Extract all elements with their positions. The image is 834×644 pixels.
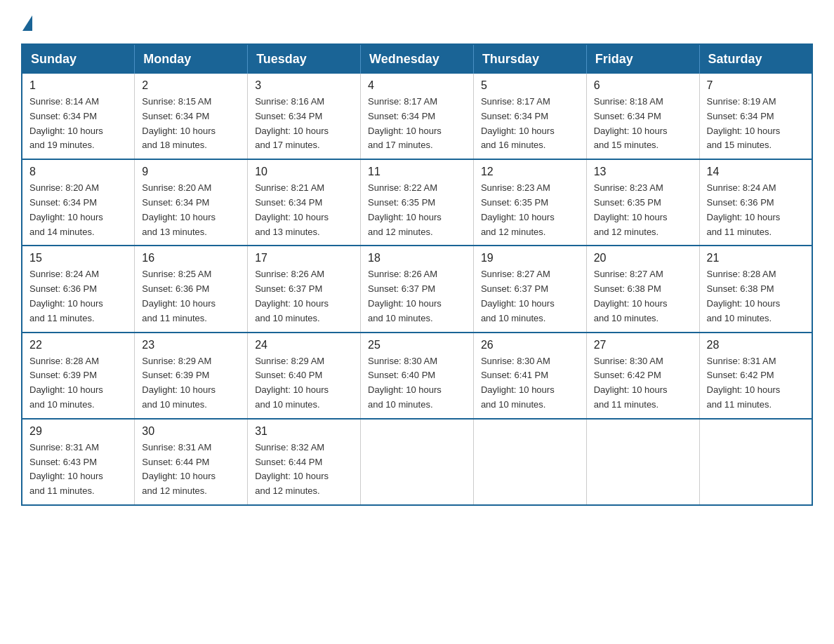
day-number: 9 bbox=[142, 166, 240, 178]
calendar-cell: 2Sunrise: 8:15 AMSunset: 6:34 PMDaylight… bbox=[135, 74, 248, 159]
day-number: 31 bbox=[255, 425, 353, 438]
calendar-week-row-2: 8Sunrise: 8:20 AMSunset: 6:34 PMDaylight… bbox=[22, 159, 812, 246]
day-number: 30 bbox=[142, 425, 240, 438]
day-number: 21 bbox=[707, 252, 805, 264]
day-info: Sunrise: 8:30 AMSunset: 6:40 PMDaylight:… bbox=[368, 354, 466, 412]
day-number: 27 bbox=[594, 339, 692, 351]
day-info: Sunrise: 8:31 AMSunset: 6:43 PMDaylight:… bbox=[29, 441, 127, 499]
calendar-cell bbox=[699, 419, 812, 505]
day-number: 2 bbox=[142, 79, 240, 92]
calendar-cell: 1Sunrise: 8:14 AMSunset: 6:34 PMDaylight… bbox=[22, 74, 135, 159]
header-saturday: Saturday bbox=[699, 44, 812, 74]
day-info: Sunrise: 8:24 AMSunset: 6:36 PMDaylight:… bbox=[29, 267, 127, 326]
calendar-cell: 9Sunrise: 8:20 AMSunset: 6:34 PMDaylight… bbox=[135, 159, 248, 246]
calendar-cell: 14Sunrise: 8:24 AMSunset: 6:36 PMDayligh… bbox=[699, 159, 812, 246]
day-info: Sunrise: 8:24 AMSunset: 6:36 PMDaylight:… bbox=[707, 181, 805, 239]
day-number: 26 bbox=[481, 339, 579, 351]
day-info: Sunrise: 8:19 AMSunset: 6:34 PMDaylight:… bbox=[707, 95, 805, 153]
day-number: 8 bbox=[29, 166, 127, 178]
day-info: Sunrise: 8:17 AMSunset: 6:34 PMDaylight:… bbox=[368, 95, 466, 153]
calendar-cell bbox=[361, 419, 474, 505]
day-number: 23 bbox=[142, 339, 240, 351]
calendar-body: 1Sunrise: 8:14 AMSunset: 6:34 PMDaylight… bbox=[22, 74, 812, 505]
calendar-cell: 11Sunrise: 8:22 AMSunset: 6:35 PMDayligh… bbox=[361, 159, 474, 246]
day-info: Sunrise: 8:23 AMSunset: 6:35 PMDaylight:… bbox=[481, 181, 579, 239]
day-info: Sunrise: 8:18 AMSunset: 6:34 PMDaylight:… bbox=[594, 95, 692, 153]
calendar-cell: 15Sunrise: 8:24 AMSunset: 6:36 PMDayligh… bbox=[22, 246, 135, 332]
day-info: Sunrise: 8:20 AMSunset: 6:34 PMDaylight:… bbox=[29, 181, 127, 239]
calendar-cell: 25Sunrise: 8:30 AMSunset: 6:40 PMDayligh… bbox=[361, 333, 474, 419]
day-info: Sunrise: 8:26 AMSunset: 6:37 PMDaylight:… bbox=[368, 267, 466, 326]
day-number: 14 bbox=[707, 166, 805, 178]
day-number: 3 bbox=[255, 79, 353, 92]
day-info: Sunrise: 8:31 AMSunset: 6:44 PMDaylight:… bbox=[142, 441, 240, 499]
day-number: 11 bbox=[368, 166, 466, 178]
day-number: 6 bbox=[594, 79, 692, 92]
day-number: 25 bbox=[368, 339, 466, 351]
header-friday: Friday bbox=[586, 44, 699, 74]
header-sunday: Sunday bbox=[22, 44, 135, 74]
calendar-cell: 13Sunrise: 8:23 AMSunset: 6:35 PMDayligh… bbox=[586, 159, 699, 246]
calendar-cell: 8Sunrise: 8:20 AMSunset: 6:34 PMDaylight… bbox=[22, 159, 135, 246]
day-info: Sunrise: 8:29 AMSunset: 6:39 PMDaylight:… bbox=[142, 354, 240, 412]
day-info: Sunrise: 8:31 AMSunset: 6:42 PMDaylight:… bbox=[707, 354, 805, 412]
calendar-cell: 20Sunrise: 8:27 AMSunset: 6:38 PMDayligh… bbox=[586, 246, 699, 332]
day-number: 13 bbox=[594, 166, 692, 178]
calendar-cell bbox=[586, 419, 699, 505]
day-info: Sunrise: 8:16 AMSunset: 6:34 PMDaylight:… bbox=[255, 95, 353, 153]
calendar-week-row-5: 29Sunrise: 8:31 AMSunset: 6:43 PMDayligh… bbox=[22, 419, 812, 505]
weekday-header-row: Sunday Monday Tuesday Wednesday Thursday… bbox=[22, 44, 812, 74]
calendar-table: Sunday Monday Tuesday Wednesday Thursday… bbox=[21, 43, 813, 506]
calendar-week-row-4: 22Sunrise: 8:28 AMSunset: 6:39 PMDayligh… bbox=[22, 333, 812, 419]
calendar-cell: 12Sunrise: 8:23 AMSunset: 6:35 PMDayligh… bbox=[473, 159, 586, 246]
day-number: 18 bbox=[368, 252, 466, 264]
day-info: Sunrise: 8:22 AMSunset: 6:35 PMDaylight:… bbox=[368, 181, 466, 239]
page-header bbox=[21, 14, 813, 29]
logo-triangle-icon bbox=[22, 15, 32, 31]
day-info: Sunrise: 8:17 AMSunset: 6:34 PMDaylight:… bbox=[481, 95, 579, 153]
day-number: 1 bbox=[29, 79, 127, 92]
day-info: Sunrise: 8:32 AMSunset: 6:44 PMDaylight:… bbox=[255, 441, 353, 499]
day-info: Sunrise: 8:20 AMSunset: 6:34 PMDaylight:… bbox=[142, 181, 240, 239]
day-number: 5 bbox=[481, 79, 579, 92]
day-info: Sunrise: 8:14 AMSunset: 6:34 PMDaylight:… bbox=[29, 95, 127, 153]
day-number: 12 bbox=[481, 166, 579, 178]
calendar-cell: 28Sunrise: 8:31 AMSunset: 6:42 PMDayligh… bbox=[699, 333, 812, 419]
day-number: 19 bbox=[481, 252, 579, 264]
calendar-week-row-1: 1Sunrise: 8:14 AMSunset: 6:34 PMDaylight… bbox=[22, 74, 812, 159]
header-tuesday: Tuesday bbox=[248, 44, 361, 74]
calendar-cell: 23Sunrise: 8:29 AMSunset: 6:39 PMDayligh… bbox=[135, 333, 248, 419]
calendar-cell: 24Sunrise: 8:29 AMSunset: 6:40 PMDayligh… bbox=[248, 333, 361, 419]
calendar-cell: 3Sunrise: 8:16 AMSunset: 6:34 PMDaylight… bbox=[248, 74, 361, 159]
day-info: Sunrise: 8:29 AMSunset: 6:40 PMDaylight:… bbox=[255, 354, 353, 412]
calendar-cell: 6Sunrise: 8:18 AMSunset: 6:34 PMDaylight… bbox=[586, 74, 699, 159]
calendar-cell: 21Sunrise: 8:28 AMSunset: 6:38 PMDayligh… bbox=[699, 246, 812, 332]
calendar-cell: 18Sunrise: 8:26 AMSunset: 6:37 PMDayligh… bbox=[361, 246, 474, 332]
calendar-cell: 26Sunrise: 8:30 AMSunset: 6:41 PMDayligh… bbox=[473, 333, 586, 419]
day-info: Sunrise: 8:28 AMSunset: 6:38 PMDaylight:… bbox=[707, 267, 805, 326]
calendar-cell: 17Sunrise: 8:26 AMSunset: 6:37 PMDayligh… bbox=[248, 246, 361, 332]
calendar-cell bbox=[473, 419, 586, 505]
day-number: 24 bbox=[255, 339, 353, 351]
header-monday: Monday bbox=[135, 44, 248, 74]
calendar-cell: 22Sunrise: 8:28 AMSunset: 6:39 PMDayligh… bbox=[22, 333, 135, 419]
logo bbox=[21, 14, 34, 29]
day-number: 4 bbox=[368, 79, 466, 92]
day-info: Sunrise: 8:27 AMSunset: 6:38 PMDaylight:… bbox=[594, 267, 692, 326]
day-number: 29 bbox=[29, 425, 127, 438]
header-wednesday: Wednesday bbox=[361, 44, 474, 74]
calendar-cell: 31Sunrise: 8:32 AMSunset: 6:44 PMDayligh… bbox=[248, 419, 361, 505]
day-info: Sunrise: 8:26 AMSunset: 6:37 PMDaylight:… bbox=[255, 267, 353, 326]
calendar-cell: 7Sunrise: 8:19 AMSunset: 6:34 PMDaylight… bbox=[699, 74, 812, 159]
calendar-cell: 30Sunrise: 8:31 AMSunset: 6:44 PMDayligh… bbox=[135, 419, 248, 505]
calendar-cell: 16Sunrise: 8:25 AMSunset: 6:36 PMDayligh… bbox=[135, 246, 248, 332]
calendar-week-row-3: 15Sunrise: 8:24 AMSunset: 6:36 PMDayligh… bbox=[22, 246, 812, 332]
day-number: 20 bbox=[594, 252, 692, 264]
day-number: 16 bbox=[142, 252, 240, 264]
day-info: Sunrise: 8:28 AMSunset: 6:39 PMDaylight:… bbox=[29, 354, 127, 412]
calendar-cell: 4Sunrise: 8:17 AMSunset: 6:34 PMDaylight… bbox=[361, 74, 474, 159]
header-thursday: Thursday bbox=[473, 44, 586, 74]
day-number: 15 bbox=[29, 252, 127, 264]
day-number: 17 bbox=[255, 252, 353, 264]
day-number: 28 bbox=[707, 339, 805, 351]
